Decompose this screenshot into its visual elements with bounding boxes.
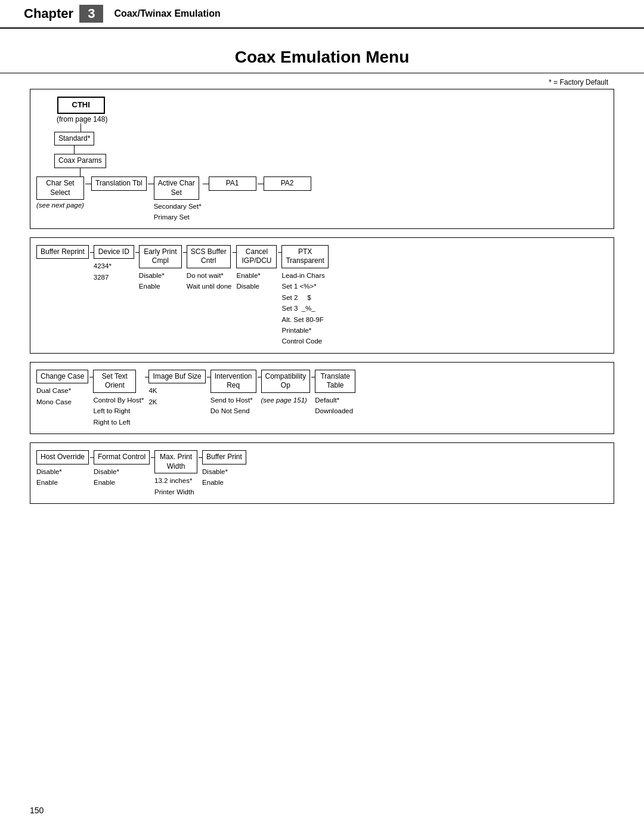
- section3: Change Case Dual Case* Mono Case Set Tex…: [30, 362, 614, 434]
- connector-v1: [80, 123, 81, 132]
- buffer-reprint-unit: Buffer Reprint: [36, 245, 89, 259]
- connector-v2: [74, 145, 75, 154]
- device-id-vals: 4234* 3287: [94, 261, 112, 283]
- ptx-box: PTXTransparent: [281, 245, 328, 268]
- chapter-number: 3: [79, 5, 103, 23]
- compatibility-box: CompatibilityOp: [261, 370, 311, 393]
- image-buf-box: Image Buf Size: [148, 370, 205, 384]
- change-case-vals: Dual Case* Mono Case: [36, 385, 72, 407]
- translate-vals: Default* Downloaded: [315, 395, 353, 417]
- translation-tbl-box: Translation Tbl: [91, 176, 147, 191]
- early-print-box: Early PrintCmpl: [139, 245, 182, 268]
- image-buf-unit: Image Buf Size 4K 2K: [148, 370, 205, 407]
- host-override-box: Host Override: [36, 450, 89, 465]
- section4: Host Override Disable* Enable Format Con…: [30, 442, 614, 504]
- active-char-vals: Secondary Set* Primary Set: [154, 202, 202, 222]
- host-override-vals: Disable* Enable: [36, 466, 62, 488]
- cancel-igp-unit: CancelIGP/DCU Enable* Disable: [236, 245, 277, 292]
- h-connector2: [148, 184, 154, 184]
- cancel-vals: Enable* Disable: [236, 270, 260, 292]
- pa2-unit: PA2: [264, 176, 311, 191]
- factory-default-note: * = Factory Default: [0, 78, 644, 86]
- see-next-page: (see next page): [36, 202, 84, 209]
- set-text-unit: Set TextOrient Control By Host* Left to …: [93, 370, 144, 428]
- intervention-box: InterventionReq: [210, 370, 256, 393]
- ptx-vals: Lead-in Chars Set 1 <%>* Set 2 $ Set 3 _…: [281, 270, 324, 347]
- chapter-title: Coax/Twinax Emulation: [114, 8, 220, 19]
- device-id-unit: Device ID 4234* 3287: [94, 245, 134, 283]
- translate-table-box: TranslateTable: [315, 370, 355, 393]
- format-control-vals: Disable* Enable: [94, 466, 119, 488]
- early-print-unit: Early PrintCmpl Disable* Enable: [139, 245, 182, 292]
- page-header: Chapter 3 Coax/Twinax Emulation: [0, 0, 644, 29]
- page-number: 150: [30, 806, 44, 815]
- intervention-vals: Send to Host* Do Not Send: [210, 395, 253, 417]
- chapter-label: Chapter: [24, 6, 73, 21]
- char-set-unit: Char SetSelect (see next page): [36, 176, 84, 209]
- main-content: CTHI (from page 148) Standard* Coax Para…: [0, 89, 644, 504]
- max-print-unit: Max. PrintWidth 13.2 inches* Printer Wid…: [154, 450, 197, 497]
- pa2-box: PA2: [264, 176, 311, 191]
- cthi-sub: (from page 148): [57, 115, 107, 123]
- change-case-box: Change Case: [36, 370, 88, 384]
- cthi-box: CTHI: [57, 97, 105, 114]
- coax-params-box: Coax Params: [54, 154, 106, 168]
- buffer-print-vals: Disable* Enable: [202, 466, 228, 488]
- max-print-box: Max. PrintWidth: [154, 450, 197, 473]
- set-text-vals: Control By Host* Left to Right Right to …: [93, 395, 144, 428]
- format-control-box: Format Control: [94, 450, 150, 465]
- section2: Buffer Reprint Device ID 4234* 3287 Earl…: [30, 237, 614, 354]
- buffer-print-box: Buffer Print: [202, 450, 246, 465]
- buffer-reprint-box: Buffer Reprint: [36, 245, 89, 259]
- intervention-unit: InterventionReq Send to Host* Do Not Sen…: [210, 370, 256, 417]
- page-title: Coax Emulation Menu: [235, 48, 409, 66]
- translate-table-unit: TranslateTable Default* Downloaded: [315, 370, 355, 417]
- scs-buffer-unit: SCS BufferCntrl Do not wait* Wait until …: [187, 245, 232, 292]
- char-set-select-box: Char SetSelect: [36, 176, 84, 200]
- buffer-print-unit: Buffer Print Disable* Enable: [202, 450, 246, 488]
- ptx-unit: PTXTransparent Lead-in Chars Set 1 <%>* …: [281, 245, 328, 347]
- pa1-box: PA1: [209, 176, 256, 191]
- section1: CTHI (from page 148) Standard* Coax Para…: [30, 89, 614, 229]
- cancel-igp-box: CancelIGP/DCU: [236, 245, 277, 268]
- page-title-container: Coax Emulation Menu: [0, 48, 644, 73]
- image-buf-vals: 4K 2K: [148, 385, 157, 407]
- set-text-box: Set TextOrient: [93, 370, 136, 393]
- scs-buffer-box: SCS BufferCntrl: [187, 245, 231, 268]
- h-connector3: [203, 184, 209, 184]
- device-id-box: Device ID: [94, 245, 134, 259]
- compatibility-unit: CompatibilityOp (see page 151): [261, 370, 311, 406]
- early-print-vals: Disable* Enable: [139, 270, 165, 292]
- standard-box: Standard*: [54, 132, 94, 146]
- format-control-unit: Format Control Disable* Enable: [94, 450, 150, 488]
- h-connector4: [258, 184, 264, 184]
- host-override-unit: Host Override Disable* Enable: [36, 450, 89, 488]
- max-print-vals: 13.2 inches* Printer Width: [154, 475, 194, 497]
- change-case-unit: Change Case Dual Case* Mono Case: [36, 370, 88, 407]
- translation-tbl-unit: Translation Tbl: [91, 176, 147, 191]
- connector-v3: [80, 168, 80, 176]
- pa1-unit: PA1: [209, 176, 256, 191]
- active-char-set-box: Active CharSet: [154, 176, 199, 200]
- compatibility-note: (see page 151): [261, 395, 307, 405]
- scs-buffer-vals: Do not wait* Wait until done: [187, 270, 232, 292]
- active-char-set-unit: Active CharSet Secondary Set* Primary Se…: [154, 176, 202, 222]
- h-connector: [85, 184, 91, 184]
